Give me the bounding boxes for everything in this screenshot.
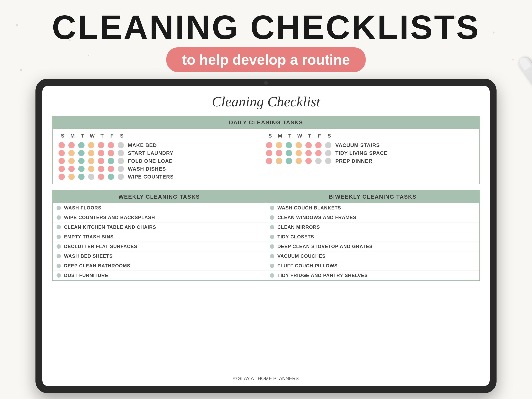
page-title: CLEANING CHECKLISTS [0, 8, 532, 46]
dots-vacuum-stairs [266, 142, 331, 148]
bottom-sections: WEEKLY CLEANING TASKS WASH FLOORS WIPE C… [52, 190, 480, 281]
dot [305, 158, 312, 164]
dot [315, 158, 322, 164]
dot [296, 158, 302, 164]
task-label-start-laundry: START LAUNDRY [128, 150, 173, 156]
dot [118, 150, 124, 156]
weekly-col: WEEKLY CLEANING TASKS WASH FLOORS WIPE C… [53, 190, 266, 280]
weekly-section-header: WEEKLY CLEANING TASKS [53, 190, 266, 203]
list-item-wash-sheets: WASH BED SHEETS [53, 251, 266, 261]
dot [266, 142, 272, 148]
dot [78, 142, 84, 148]
list-item-wash-floors: WASH FLOORS [53, 203, 266, 213]
copyright: © SLAY AT HOME PLANNERS [233, 376, 299, 381]
biweekly-col: BIWEEKLY CLEANING TASKS WASH COUCH BLANK… [266, 190, 479, 280]
dot [98, 158, 104, 164]
dot [98, 150, 104, 156]
dot [286, 142, 292, 148]
dot [276, 142, 282, 148]
list-dot [57, 235, 61, 239]
dot [88, 158, 94, 164]
list-dot [57, 206, 61, 210]
tablet-screen: Cleaning Checklist DAILY CLEANING TASKS … [42, 86, 490, 386]
list-dot [270, 215, 274, 220]
dot [296, 150, 302, 156]
task-row-wipe-counters: WIPE COUNTERS [58, 174, 266, 180]
task-label-tidy-living: TIDY LIVING SPACE [335, 150, 387, 156]
task-row-make-bed: MAKE BED [58, 142, 266, 148]
dot [305, 142, 312, 148]
list-dot [57, 264, 61, 268]
daily-section-header: DAILY CLEANING TASKS [53, 116, 479, 129]
dot [58, 142, 65, 148]
list-item-tidy-closets: TIDY CLOSETS [266, 232, 479, 242]
list-item-clean-windows: CLEAN WINDOWS AND FRAMES [266, 213, 479, 222]
days-header-right: S M T W T F S [266, 133, 474, 139]
dot [266, 150, 272, 156]
list-dot [57, 225, 61, 229]
dot [276, 158, 282, 164]
dot [325, 150, 331, 156]
dot [118, 166, 124, 172]
task-label-wash-dishes: WASH DISHES [128, 166, 166, 172]
dot [276, 150, 282, 156]
dot [286, 158, 292, 164]
task-label-wipe-counters: WIPE COUNTERS [128, 174, 174, 180]
dots-wipe-counters [58, 174, 124, 180]
list-dot [270, 273, 274, 278]
task-row-fold-one-load: FOLD ONE LOAD [58, 158, 266, 164]
dot [78, 158, 84, 164]
dot [286, 150, 292, 156]
list-item-deep-clean-bathrooms: DEEP CLEAN BATHROOMS [53, 261, 266, 271]
dot [305, 150, 312, 156]
task-row-start-laundry: START LAUNDRY [58, 150, 266, 156]
list-dot [57, 273, 61, 278]
dot [315, 142, 322, 148]
subtitle-pill: to help develop a routine [166, 47, 366, 72]
dot [266, 158, 272, 164]
dot [58, 158, 65, 164]
list-item-clean-mirrors: CLEAN MIRRORS [266, 222, 479, 232]
dot [88, 166, 94, 172]
daily-right-col: S M T W T F S [266, 133, 474, 180]
dot [108, 150, 114, 156]
dot [68, 174, 75, 180]
dots-make-bed [58, 142, 124, 148]
list-item-dust-furniture: DUST FURNITURE [53, 271, 266, 280]
dot [58, 166, 65, 172]
dot [118, 142, 124, 148]
dot [78, 174, 84, 180]
task-row-vacuum-stairs: VACUUM STAIRS [266, 142, 474, 148]
dot [325, 158, 331, 164]
dot [108, 166, 114, 172]
dot [58, 150, 65, 156]
daily-left-col: S M T W T F S [58, 133, 266, 180]
dot [68, 142, 75, 148]
biweekly-section-header: BIWEEKLY CLEANING TASKS [266, 190, 479, 203]
list-dot [57, 254, 61, 258]
dot [98, 142, 104, 148]
dots-prep-dinner [266, 158, 331, 164]
dot [296, 142, 302, 148]
list-item-vacuum-couches: VACUUM COUCHES [266, 251, 479, 261]
list-item-declutter: DECLUTTER FLAT SURFACES [53, 242, 266, 251]
list-dot [270, 206, 274, 210]
tablet-camera [264, 81, 268, 85]
dot [78, 166, 84, 172]
daily-section: DAILY CLEANING TASKS S M T W T F S [52, 116, 480, 184]
dot [58, 174, 65, 180]
days-header-left: S M T W T F S [58, 133, 266, 139]
list-item-wash-couch: WASH COUCH BLANKETS [266, 203, 479, 213]
list-item-clean-kitchen-table: CLEAN KITCHEN TABLE AND CHAIRS [53, 222, 266, 232]
dot [118, 174, 124, 180]
dots-tidy-living [266, 150, 331, 156]
list-dot [270, 244, 274, 249]
list-item-tidy-fridge: TIDY FRIDGE AND PANTRY SHELVES [266, 271, 479, 280]
dots-start-laundry [58, 150, 124, 156]
dot [68, 158, 75, 164]
list-dot [270, 264, 274, 268]
list-dot [57, 244, 61, 249]
list-item-fluff-pillows: FLUFF COUCH PILLOWS [266, 261, 479, 271]
dot [98, 166, 104, 172]
task-label-fold-one-load: FOLD ONE LOAD [128, 158, 173, 164]
